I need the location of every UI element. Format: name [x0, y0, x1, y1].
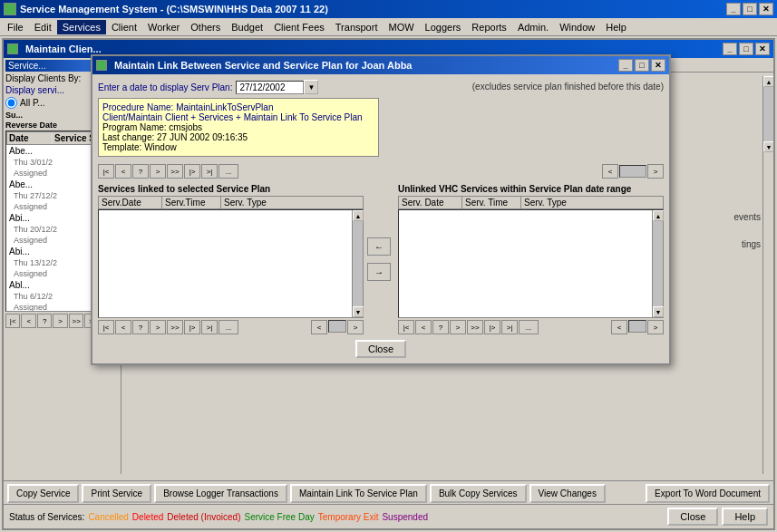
unlinked-scroll-down[interactable]: ▼ [653, 306, 664, 317]
status-deleted-inv: Deleted (Invoiced) [167, 512, 240, 522]
unlinked-nav-prev[interactable]: < [415, 320, 432, 334]
app-title-bar: Service Management System - (C:\SMSWIN\H… [0, 0, 777, 18]
unlinked-nav-end1[interactable]: |> [484, 320, 500, 334]
unlinked-table-header: Serv. Date Serv. Time Serv. Type [398, 196, 664, 209]
browse-logger-button[interactable]: Browse Logger Transactions [154, 484, 287, 503]
modal-nav-first[interactable]: |< [98, 164, 114, 179]
modal-hscroll-left[interactable]: < [602, 164, 618, 179]
menu-bar: File Edit Services Client Worker Others … [0, 18, 777, 36]
menu-reports[interactable]: Reports [466, 20, 512, 34]
menu-help[interactable]: Help [600, 20, 632, 34]
modal-hscroll-right[interactable]: > [647, 164, 664, 179]
maximize-button[interactable]: □ [743, 3, 757, 15]
unlinked-nav-first[interactable]: |< [398, 320, 414, 334]
modal-nav-info[interactable]: ? [132, 164, 149, 179]
modal-min-btn[interactable]: _ [618, 59, 633, 72]
unlinked-hscroll-right[interactable]: > [647, 320, 664, 334]
modal-nav-extra[interactable]: ... [219, 164, 238, 179]
linked-nav-first[interactable]: |< [98, 320, 114, 334]
nav-next[interactable]: > [53, 314, 67, 328]
menu-window[interactable]: Window [554, 20, 600, 34]
modal-nav-next[interactable]: > [150, 164, 166, 179]
linked-scroll-down[interactable]: ▼ [353, 306, 364, 317]
linked-hscroll-right[interactable]: > [347, 320, 364, 334]
bg-min-btn[interactable]: _ [723, 43, 737, 55]
modal-nav-fast[interactable]: >> [167, 164, 183, 179]
status-suspended: Suspended [382, 512, 428, 522]
nav-first[interactable]: |< [5, 314, 20, 328]
menu-others[interactable]: Others [185, 20, 226, 34]
main-help-button[interactable]: Help [722, 508, 768, 526]
linked-nav-end2[interactable]: >| [201, 320, 218, 334]
unlinked-col-type: Serv. Type [521, 197, 652, 208]
print-service-button[interactable]: Print Service [82, 484, 151, 503]
menu-loggers[interactable]: Loggers [420, 20, 467, 34]
linked-scroll-track [353, 221, 363, 306]
unlinked-table-body[interactable]: ▲ ▼ [398, 209, 664, 318]
linked-nav-info[interactable]: ? [132, 320, 149, 334]
unlinked-scroll-up[interactable]: ▲ [653, 210, 664, 221]
menu-admin[interactable]: Admin. [512, 20, 554, 34]
modal-close-button[interactable]: Close [355, 340, 406, 358]
bg-close-btn[interactable]: ✕ [755, 43, 770, 55]
unlinked-services-panel: Unlinked VHC Services within Service Pla… [398, 184, 664, 334]
linked-vscroll[interactable]: ▲ ▼ [352, 210, 363, 317]
menu-worker[interactable]: Worker [142, 20, 185, 34]
linked-nav-fast[interactable]: >> [167, 320, 183, 334]
close-button[interactable]: ✕ [759, 3, 773, 15]
maintain-link-button[interactable]: Maintain Link To Service Plan [290, 484, 427, 503]
scroll-down[interactable]: ▼ [763, 141, 773, 152]
bg-max-btn[interactable]: □ [739, 43, 753, 55]
modal-nav-end1[interactable]: |> [184, 164, 200, 179]
linked-nav-prev[interactable]: < [115, 320, 131, 334]
menu-client-fees[interactable]: Client Fees [268, 20, 330, 34]
modal-nav-prev[interactable]: < [115, 164, 131, 179]
linked-nav-end1[interactable]: |> [184, 320, 200, 334]
menu-file[interactable]: File [2, 20, 29, 34]
modal-nav-end2[interactable]: >| [201, 164, 218, 179]
linked-table-body[interactable]: ▲ ▼ [98, 209, 364, 318]
scroll-up[interactable]: ▲ [763, 76, 773, 87]
menu-client[interactable]: Client [106, 20, 142, 34]
bulk-copy-button[interactable]: Bulk Copy Services [430, 484, 527, 503]
menu-transport[interactable]: Transport [330, 20, 384, 34]
exclude-note: (excludes service plan finished before t… [472, 80, 664, 160]
nav-next-fast[interactable]: >> [69, 314, 83, 328]
menu-mow[interactable]: MOW [383, 20, 419, 34]
linked-panel-title: Services linked to selected Service Plan [98, 184, 364, 194]
unlinked-nav-info[interactable]: ? [432, 320, 449, 334]
unlinked-vscroll[interactable]: ▲ ▼ [652, 210, 663, 317]
status-cancelled: Cancelled [88, 512, 128, 522]
linked-nav-extra[interactable]: ... [219, 320, 238, 334]
unlinked-hscroll-left[interactable]: < [611, 320, 627, 334]
modal-max-btn[interactable]: □ [635, 59, 649, 72]
scroll-track [763, 87, 773, 141]
nav-prev[interactable]: < [21, 314, 35, 328]
app-icon [4, 3, 16, 15]
minimize-button[interactable]: _ [726, 3, 741, 15]
move-right-button[interactable]: → [367, 263, 391, 281]
unlinked-nav-fast[interactable]: >> [467, 320, 483, 334]
radio-all[interactable] [5, 97, 17, 109]
unlinked-nav-extra[interactable]: ... [519, 320, 539, 334]
menu-budget[interactable]: Budget [226, 20, 268, 34]
view-changes-button[interactable]: View Changes [529, 484, 606, 503]
right-scrollbar[interactable]: ▲ ▼ [762, 76, 773, 474]
menu-services[interactable]: Services [57, 20, 106, 34]
linked-nav-next[interactable]: > [150, 320, 166, 334]
unlinked-hscroll-track [628, 320, 646, 333]
modal-close-btn[interactable]: ✕ [651, 59, 665, 72]
date-dropdown[interactable]: ▼ [304, 80, 318, 94]
export-word-button[interactable]: Export To Word Document [646, 484, 770, 503]
linked-scroll-up[interactable]: ▲ [353, 210, 364, 221]
date-input[interactable] [236, 81, 304, 94]
menu-edit[interactable]: Edit [29, 20, 57, 34]
main-close-button[interactable]: Close [667, 508, 718, 526]
unlinked-nav-next[interactable]: > [450, 320, 466, 334]
unlinked-nav-end2[interactable]: >| [501, 320, 518, 334]
linked-hscroll-left[interactable]: < [311, 320, 327, 334]
nav-info[interactable]: ? [37, 314, 52, 328]
copy-service-button[interactable]: Copy Service [7, 484, 79, 503]
move-left-button[interactable]: ← [367, 237, 391, 256]
status-free-day: Service Free Day [244, 512, 314, 522]
